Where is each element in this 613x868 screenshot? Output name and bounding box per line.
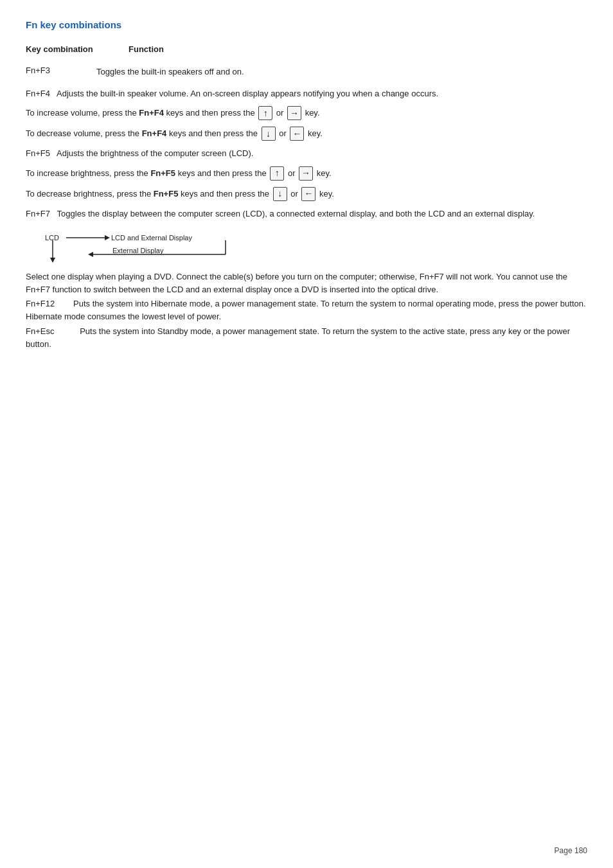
down-arrow-icon-2: ↓	[273, 187, 287, 201]
svg-text:External Display: External Display	[112, 247, 164, 254]
page-title: Fn key combinations	[26, 19, 587, 30]
fn12-line: Fn+F12 Puts the system into Hibernate mo…	[26, 297, 587, 323]
fn4-increase-text-before: To increase volume, press the	[26, 107, 139, 120]
header-key-combination: Key combination	[26, 44, 129, 54]
fn3-description: Toggles the built-in speakers off and on…	[96, 66, 587, 78]
up-arrow-icon-2: ↑	[270, 166, 284, 181]
up-arrow-icon: ↑	[258, 106, 272, 120]
fn4-key: Fn+F4	[26, 89, 50, 98]
fn12-key: Fn+F12	[26, 299, 55, 308]
svg-text:LCD: LCD	[45, 234, 59, 242]
bottom-notes: Select one display when playing a DVD. C…	[26, 270, 587, 351]
fn12-desc: Puts the system into Hibernate mode, a p…	[26, 299, 586, 321]
left-arrow-icon-2: ←	[301, 187, 315, 201]
fn3-row: Fn+F3 Toggles the built-in speakers off …	[26, 66, 587, 78]
fn4-decrease-text-before: To decrease volume, press the	[26, 127, 142, 140]
fn-esc-line: Fn+Esc Puts the system into Standby mode…	[26, 325, 587, 351]
fn7-description: Toggles the display between the computer…	[57, 209, 535, 218]
dvd-note: Select one display when playing a DVD. C…	[26, 270, 587, 296]
fn5-increase-line: To increase brightness, press the Fn+F5 …	[26, 166, 587, 181]
fn7-row: Fn+F7 Toggles the display between the co…	[26, 208, 587, 220]
table-header: Key combination Function	[26, 44, 587, 54]
page-number: Page 180	[555, 846, 587, 855]
fn4-increase-text-after: keys and then press the	[164, 107, 257, 120]
fn-esc-desc: Puts the system into Standby mode, a pow…	[26, 326, 570, 349]
down-arrow-icon: ↓	[262, 127, 276, 141]
fn5-decrease-line: To decrease brightness, press the Fn+F5 …	[26, 187, 587, 201]
fn-esc-key: Fn+Esc	[26, 326, 54, 336]
fn4-row: Fn+F4 Adjusts the built-in speaker volum…	[26, 87, 587, 100]
fn5-increase-keys: Fn+F5	[150, 167, 175, 180]
svg-marker-9	[50, 258, 55, 263]
fn3-key: Fn+F3	[26, 66, 96, 78]
fn5-decrease-keys: Fn+F5	[154, 188, 179, 200]
fn4-decrease-line: To decrease volume, press the Fn+F4 keys…	[26, 127, 587, 141]
svg-text:LCD and External Display: LCD and External Display	[111, 234, 192, 242]
fn4-decrease-keys: Fn+F4	[142, 127, 167, 140]
fn4-increase-line: To increase volume, press the Fn+F4 keys…	[26, 106, 587, 120]
lcd-diagram-svg: LCD LCD and External Display External Di…	[45, 227, 244, 263]
svg-marker-2	[105, 235, 110, 240]
header-function: Function	[129, 44, 164, 54]
fn5-key: Fn+F5	[26, 148, 50, 158]
fn4-increase-keys: Fn+F4	[139, 107, 164, 120]
left-arrow-icon: ←	[290, 127, 304, 141]
svg-marker-6	[88, 252, 93, 257]
fn7-key: Fn+F7	[26, 209, 50, 218]
fn4-decrease-text-after: keys and then press the	[166, 127, 260, 140]
fn5-description: Adjusts the brightness of the computer s…	[57, 148, 253, 158]
fn4-description: Adjusts the built-in speaker volume. An …	[57, 89, 438, 98]
fn5-row: Fn+F5 Adjusts the brightness of the comp…	[26, 147, 587, 160]
lcd-diagram: LCD LCD and External Display External Di…	[45, 227, 587, 263]
right-arrow-icon: →	[287, 106, 301, 120]
right-arrow-icon-2: →	[299, 166, 313, 181]
